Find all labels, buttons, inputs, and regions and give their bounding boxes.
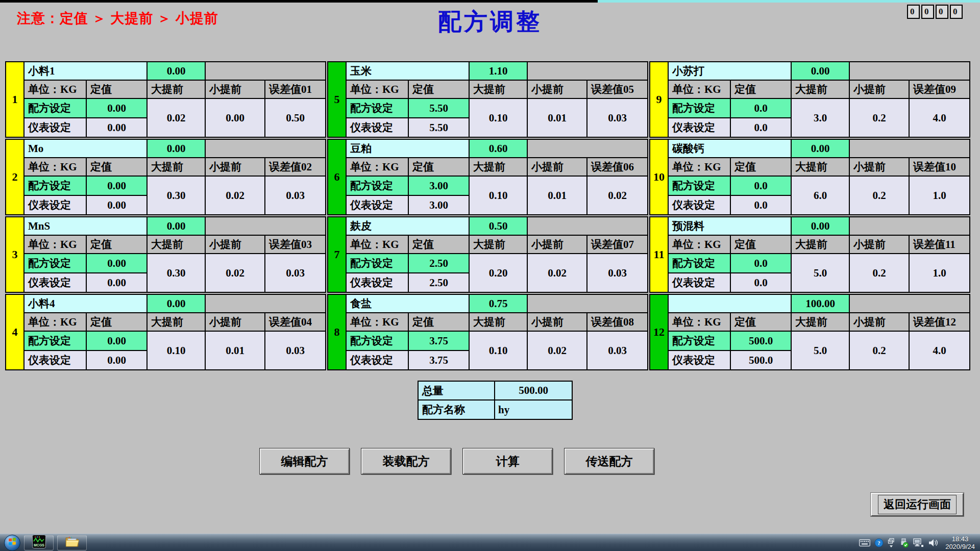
edit-recipe-button[interactable]: 编辑配方 — [259, 448, 350, 474]
small-advance-value-cell[interactable]: 0.01 — [528, 177, 586, 214]
big-advance-value-cell[interactable]: 5.0 — [792, 332, 849, 369]
big-advance-value-cell[interactable]: 0.30 — [148, 254, 205, 292]
small-advance-value-cell[interactable]: 0.2 — [850, 254, 909, 292]
material-top-value-cell[interactable]: 0.00 — [148, 62, 205, 80]
block-number-strip: 9 — [650, 62, 668, 137]
small-advance-value-cell[interactable]: 0.02 — [528, 332, 586, 369]
network-icon[interactable] — [913, 538, 924, 547]
load-recipe-button[interactable]: 装载配方 — [361, 448, 451, 474]
small-advance-value-cell[interactable]: 0.02 — [206, 177, 264, 214]
send-recipe-button[interactable]: 传送配方 — [564, 448, 654, 474]
taskbar-button-mcgs[interactable]: MCGS — [24, 535, 54, 550]
material-top-value-cell[interactable]: 0.60 — [470, 140, 527, 157]
error-value-cell[interactable]: 0.03 — [587, 99, 647, 137]
error-value-cell[interactable]: 0.50 — [265, 99, 325, 137]
error-value-header-cell: 误差值02 — [265, 158, 325, 176]
material-top-value-cell[interactable]: 0.50 — [470, 217, 527, 235]
meter-set-value-cell: 0.00 — [87, 351, 146, 369]
material-name-cell: 预混料 — [669, 217, 791, 235]
recipe-set-value-cell[interactable]: 5.50 — [409, 99, 469, 117]
big-advance-value-cell[interactable]: 0.30 — [148, 177, 205, 214]
recipe-set-value-cell[interactable]: 0.00 — [87, 332, 146, 350]
big-advance-value-cell[interactable]: 0.10 — [470, 332, 527, 369]
big-advance-value-cell[interactable]: 6.0 — [792, 177, 849, 214]
recipe-name-value[interactable]: hy — [495, 400, 572, 419]
fixed-value-header-cell: 定值 — [87, 81, 146, 98]
small-advance-header-cell: 小提前 — [528, 313, 586, 331]
usb-safe-remove-icon[interactable] — [899, 538, 909, 548]
big-advance-value-cell[interactable]: 0.20 — [470, 254, 527, 292]
recipe-set-value-cell[interactable]: 3.75 — [409, 332, 469, 350]
error-value-cell[interactable]: 0.03 — [587, 332, 647, 369]
meter-set-value-cell: 500.0 — [731, 351, 791, 369]
big-advance-header-cell: 大提前 — [470, 313, 527, 331]
small-advance-value-cell[interactable]: 0.01 — [528, 99, 586, 137]
hidden-icons-icon[interactable] — [888, 538, 895, 548]
small-advance-value-cell[interactable]: 0.02 — [206, 254, 264, 292]
calculate-button[interactable]: 计算 — [462, 448, 553, 474]
help-icon[interactable]: ? — [874, 538, 884, 547]
start-button[interactable] — [4, 535, 20, 551]
block-number-strip: 7 — [328, 217, 346, 292]
material-top-value-cell[interactable]: 0.00 — [792, 217, 849, 235]
back-to-run-screen-button[interactable]: 返回运行画面 — [871, 493, 964, 516]
volume-icon[interactable] — [928, 538, 938, 547]
back-button-label: 返回运行画面 — [878, 495, 957, 514]
small-advance-value-cell[interactable]: 0.2 — [850, 99, 909, 137]
error-value-cell[interactable]: 1.0 — [910, 177, 969, 214]
recipe-set-value-cell[interactable]: 2.50 — [409, 254, 469, 272]
taskbar-button-explorer[interactable] — [57, 535, 87, 550]
recipe-set-value-cell[interactable]: 0.0 — [731, 254, 791, 272]
material-top-value-cell[interactable]: 0.00 — [792, 140, 849, 157]
material-top-value-cell[interactable]: 0.00 — [148, 217, 205, 235]
big-advance-value-cell[interactable]: 0.02 — [148, 99, 205, 137]
recipe-set-value-cell[interactable]: 3.00 — [409, 177, 469, 195]
recipe-set-value-cell[interactable]: 0.00 — [87, 254, 146, 272]
error-value-cell[interactable]: 0.03 — [265, 332, 325, 369]
blank-cell — [206, 140, 325, 157]
big-advance-value-cell[interactable]: 5.0 — [792, 254, 849, 292]
small-advance-header-cell: 小提前 — [850, 236, 909, 253]
recipe-set-value-cell[interactable]: 500.0 — [731, 332, 791, 350]
big-advance-value-cell[interactable]: 0.10 — [148, 332, 205, 369]
small-advance-value-cell[interactable]: 0.00 — [206, 99, 264, 137]
material-top-value-cell[interactable]: 100.00 — [792, 295, 849, 312]
taskbar-clock[interactable]: 18:43 2020/9/24 — [945, 535, 975, 550]
big-advance-header-cell: 大提前 — [470, 236, 527, 253]
small-advance-value-cell[interactable]: 0.2 — [850, 332, 909, 369]
material-top-value-cell[interactable]: 0.00 — [148, 140, 205, 157]
error-value-header-cell: 误差值05 — [587, 81, 647, 98]
meter-set-label-cell: 仪表设定 — [347, 351, 408, 369]
material-top-value-cell[interactable]: 0.00 — [792, 62, 849, 80]
big-advance-value-cell[interactable]: 0.10 — [470, 177, 527, 214]
error-value-cell[interactable]: 0.02 — [587, 177, 647, 214]
command-button-row: 编辑配方 装载配方 计算 传送配方 — [259, 448, 654, 474]
big-advance-value-cell[interactable]: 3.0 — [792, 99, 849, 137]
error-value-cell[interactable]: 1.0 — [910, 254, 969, 292]
keyboard-icon[interactable] — [859, 539, 870, 546]
fixed-value-header-cell: 定值 — [731, 313, 791, 331]
material-top-value-cell[interactable]: 1.10 — [470, 62, 527, 80]
small-advance-value-cell[interactable]: 0.02 — [528, 254, 586, 292]
error-value-cell[interactable]: 4.0 — [910, 99, 969, 137]
meter-set-label-cell: 仪表设定 — [669, 351, 730, 369]
material-top-value-cell[interactable]: 0.00 — [148, 295, 205, 312]
recipe-set-value-cell[interactable]: 0.0 — [731, 177, 791, 195]
small-advance-header-cell: 小提前 — [206, 81, 264, 98]
error-value-cell[interactable]: 0.03 — [587, 254, 647, 292]
small-advance-value-cell[interactable]: 0.01 — [206, 332, 264, 369]
error-value-cell[interactable]: 0.03 — [265, 177, 325, 214]
small-advance-value-cell[interactable]: 0.2 — [850, 177, 909, 214]
recipe-set-value-cell[interactable]: 0.00 — [87, 177, 146, 195]
total-value[interactable]: 500.00 — [495, 382, 572, 399]
material-top-value-cell[interactable]: 0.75 — [470, 295, 527, 312]
blank-cell — [206, 217, 325, 235]
big-advance-header-cell: 大提前 — [148, 313, 205, 331]
error-value-cell[interactable]: 4.0 — [910, 332, 969, 369]
error-value-cell[interactable]: 0.03 — [265, 254, 325, 292]
fixed-value-header-cell: 定值 — [731, 81, 791, 98]
recipe-set-value-cell[interactable]: 0.0 — [731, 99, 791, 117]
recipe-set-value-cell[interactable]: 0.00 — [87, 99, 146, 117]
big-advance-value-cell[interactable]: 0.10 — [470, 99, 527, 137]
recipe-set-label-cell: 配方设定 — [347, 177, 408, 195]
